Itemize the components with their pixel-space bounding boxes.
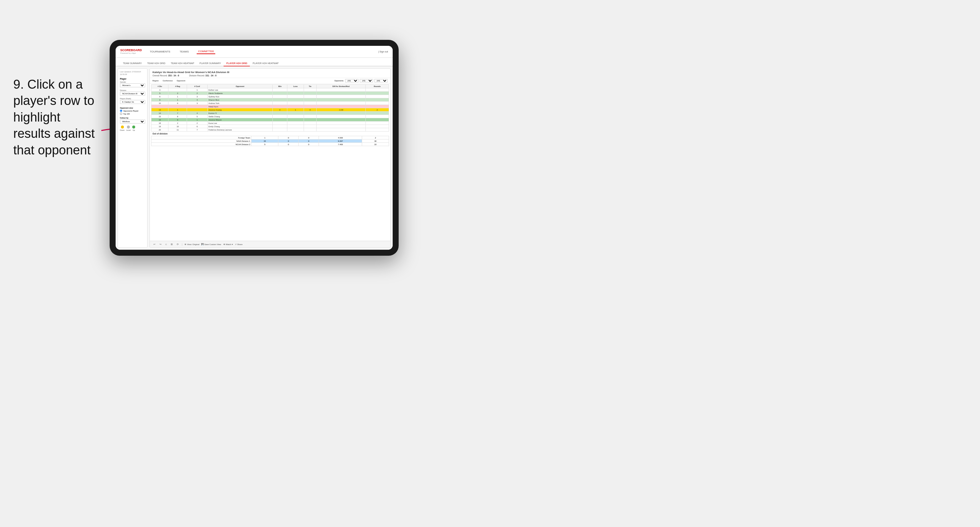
gender-label: Gender (120, 81, 145, 83)
nav-tournaments[interactable]: TOURNAMENTS (148, 49, 172, 54)
conference-filter-select[interactable]: (All) (360, 79, 373, 83)
filter-conference: Conference (163, 80, 173, 82)
table-row[interactable]: 1585Stella Chang (151, 115, 389, 118)
out-of-div-row[interactable]: NAIA Division 115009.26730 (151, 140, 389, 143)
table-row[interactable]: 31Esther Lee (151, 88, 389, 92)
filters-row: Region Conference Opponent Opponents: (A… (150, 78, 390, 84)
sub-nav-team-h2h-grid[interactable]: TEAM H2H GRID (145, 61, 168, 67)
opponents-filter-row: Opponents: (All) (All) (All) (334, 79, 388, 83)
col-conf: # Conf (187, 85, 207, 88)
grid-title: Katelyn Vo Head-to-Head Grid for Women's… (153, 71, 388, 74)
colour-by-select[interactable]: Win/loss (120, 119, 145, 124)
watch-btn[interactable]: 👁 Watch ▾ (223, 243, 233, 245)
table-row[interactable]: Haeji Hyun (151, 105, 389, 108)
col-reg: # Reg (169, 85, 187, 88)
radio-top100[interactable]: Top 100 (120, 113, 145, 115)
col-rounds: Rounds (366, 85, 389, 88)
division-record-label: Division Record: 331 - 34 - 6 (189, 75, 216, 77)
reset-btn[interactable]: ⎌ (164, 243, 168, 246)
colour-down: Down (120, 125, 124, 131)
col-loss: Loss (287, 85, 304, 88)
col-tie: Tie (304, 85, 317, 88)
col-win: Win (273, 85, 287, 88)
undo-btn[interactable]: ↩ (153, 243, 156, 246)
division-label: Division (120, 89, 145, 91)
view-original-btn[interactable]: 👁 View: Original (185, 243, 199, 245)
nav-committee[interactable]: COMMITTEE (197, 49, 215, 54)
opponent-filter-select[interactable]: (All) (374, 79, 388, 83)
table-row[interactable]: 1822Euna Lee (151, 122, 389, 125)
tablet-frame: SCOREBOARD Powered by clippi TOURNAMENTS… (110, 40, 399, 256)
circle-down (121, 125, 124, 129)
overall-record-label: Overall Record: 353 - 34 - 6 (153, 75, 179, 77)
grid-btn[interactable]: ⊞ (170, 243, 174, 246)
sub-nav-player-h2h-heatmap[interactable]: PLAYER H2H HEATMAP (250, 61, 281, 67)
filter-opponent: Opponent (177, 80, 185, 82)
right-header: Katelyn Vo Head-to-Head Grid for Women's… (150, 69, 390, 78)
logo: SCOREBOARD Powered by clippi (120, 49, 142, 54)
annotation-text: 9. Click on a player's row to highlight … (13, 76, 100, 159)
col-diff: Diff Av Strokes/Rnd (316, 85, 366, 88)
colour-level: Level (126, 125, 130, 131)
sub-nav-player-h2h-grid[interactable]: PLAYER H2H GRID (224, 61, 250, 67)
sub-nav-team-h2h-heatmap[interactable]: TEAM H2H HEATMAP (168, 61, 197, 67)
gender-select[interactable]: Women's (120, 83, 145, 87)
sub-nav-player-summary[interactable]: PLAYER SUMMARY (197, 61, 224, 67)
redo-btn[interactable]: ↪ (159, 243, 162, 246)
sub-nav: TEAM SUMMARY TEAM H2H GRID TEAM H2H HEAT… (116, 58, 393, 67)
share-btn[interactable]: ↗ Share (235, 243, 242, 245)
grid-table-wrapper: # Div # Reg # Conf Opponent Win Loss Tie… (150, 84, 390, 241)
filter-region: Region (153, 80, 159, 82)
table-row[interactable]: 19106Emily Chang (151, 125, 389, 128)
col-div: # Div (151, 85, 169, 88)
save-custom-btn[interactable]: 💾 Save Custom View (201, 243, 221, 245)
refresh-btn[interactable]: ⟳ (176, 243, 180, 246)
nav-bar: SCOREBOARD Powered by clippi TOURNAMENTS… (116, 46, 393, 58)
main-content: Last Updated: 27/03/2024 16:55:38 Player… (116, 67, 393, 250)
colour-up: Up (132, 125, 135, 131)
circle-up (132, 125, 135, 129)
out-of-div-row[interactable]: Foreign Team1004.5002 (151, 136, 389, 140)
opponent-view: Opponent view Opponents Played Top 100 (120, 107, 145, 115)
circle-level (127, 125, 130, 129)
bottom-toolbar: ↩ ↪ ⎌ ⊞ ⟳ | 👁 View: Original 💾 Save Cust… (150, 241, 390, 248)
table-row[interactable]: 1063Andrea York (151, 102, 389, 105)
sign-out[interactable]: | Sign out (379, 51, 388, 53)
player-rank-label: Player (Rank) (120, 98, 145, 100)
tablet-screen: SCOREBOARD Powered by clippi TOURNAMENTS… (116, 46, 393, 250)
nav-teams[interactable]: TEAMS (178, 49, 190, 54)
table-row[interactable]: 131Jessica Huang010-3.002 (151, 108, 389, 111)
table-row[interactable]: 1691Jessica Mason (151, 118, 389, 122)
player-rank-select[interactable]: 8. Katelyn Vo (120, 100, 145, 104)
division-select[interactable]: NCAA Division III (120, 92, 145, 96)
table-row[interactable]: 613Sydney Kuo (151, 95, 389, 98)
out-of-div-row[interactable]: NCAA Division 25007.40010 (151, 143, 389, 146)
right-panel: Katelyn Vo Head-to-Head Grid for Women's… (150, 68, 391, 248)
sub-nav-team-summary[interactable]: TEAM SUMMARY (120, 61, 145, 67)
out-of-division-table: Foreign Team1004.5002NAIA Division 11500… (151, 136, 389, 146)
records-row: Overall Record: 353 - 34 - 6 Division Re… (153, 75, 388, 77)
colour-section: Colour by Win/loss Down Level (120, 117, 145, 131)
left-panel: Last Updated: 27/03/2024 16:55:38 Player… (118, 68, 148, 248)
region-filter-select[interactable]: (All) (345, 79, 358, 83)
player-section-title: Player (120, 78, 145, 80)
table-row[interactable]: 1474Eunice Yi (151, 111, 389, 115)
colour-circles: Down Level Up (120, 125, 145, 131)
grid-table: # Div # Reg # Conf Opponent Win Loss Tie… (151, 84, 389, 132)
out-of-division-label: Out of division (151, 132, 389, 135)
last-updated: Last Updated: 27/03/2024 16:55:38 (120, 71, 145, 76)
col-opponent: Opponent (207, 85, 273, 88)
table-row[interactable]: 20117Federica Domecq Lacroze (151, 128, 389, 132)
table-row[interactable]: 914Sharon Mun (151, 98, 389, 102)
radio-opponents-played[interactable]: Opponents Played (120, 110, 145, 112)
table-row[interactable]: 522Alexis Sudjianto (151, 92, 389, 95)
